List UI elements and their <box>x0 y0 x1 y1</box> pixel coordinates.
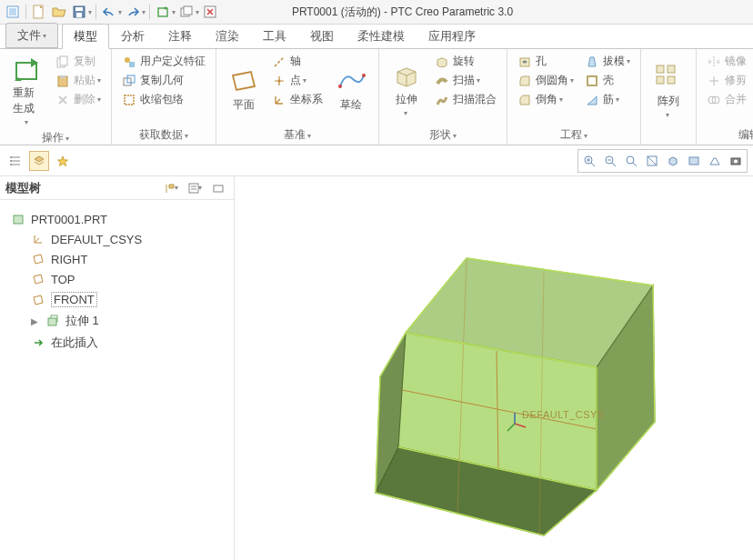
perspective-icon[interactable] <box>705 151 725 171</box>
shrinkwrap-button[interactable]: 收缩包络 <box>119 91 208 108</box>
tree-top[interactable]: TOP <box>27 269 226 289</box>
axis-button[interactable]: 轴 <box>269 53 326 70</box>
zoom-in-icon[interactable] <box>579 151 599 171</box>
svg-point-26 <box>523 60 527 63</box>
windows-icon[interactable] <box>177 3 196 21</box>
zoom-fit-icon[interactable] <box>621 151 641 171</box>
sweep-button[interactable]: 扫描▾ <box>432 72 499 89</box>
repaint-icon[interactable] <box>642 151 662 171</box>
tab-analysis[interactable]: 分析 <box>109 24 156 48</box>
sketch-button[interactable]: 草绘 <box>331 53 371 125</box>
tab-model[interactable]: 模型 <box>62 24 109 49</box>
group-getdata-label[interactable]: 获取数据▾ <box>119 125 208 143</box>
copy-button[interactable]: 复制 <box>53 53 104 70</box>
tree-csys[interactable]: DEFAULT_CSYS <box>27 229 226 249</box>
svg-point-41 <box>627 156 634 164</box>
sketch-icon <box>336 66 366 95</box>
tree-root[interactable]: PRT0001.PRT <box>7 209 226 229</box>
tree-top-label: TOP <box>51 273 75 286</box>
revolve-label: 旋转 <box>453 54 475 69</box>
snapshot-icon[interactable] <box>726 151 746 171</box>
open-icon[interactable] <box>50 3 68 21</box>
undo-dropdown[interactable]: ▾ <box>118 8 122 16</box>
tab-annotate[interactable]: 注释 <box>156 24 204 48</box>
shell-button[interactable]: 壳 <box>582 72 633 89</box>
svg-point-23 <box>362 74 366 77</box>
svg-line-64 <box>507 424 515 431</box>
expander-icon[interactable]: ▶ <box>31 316 40 326</box>
tree-show-icon[interactable] <box>208 178 228 198</box>
regen-dropdown[interactable]: ▾ <box>172 8 176 16</box>
redo-dropdown[interactable]: ▾ <box>142 8 146 16</box>
tab-flex[interactable]: 柔性建模 <box>346 24 417 48</box>
group-eng-label[interactable]: 工程▾ <box>515 125 633 143</box>
tree-settings-icon[interactable]: ▾ <box>161 178 181 198</box>
paste-label: 粘贴 <box>74 73 95 88</box>
group-shape-label[interactable]: 形状▾ <box>387 125 499 143</box>
point-button[interactable]: 点▾ <box>269 72 326 89</box>
display-style-icon[interactable] <box>663 151 683 171</box>
tab-tools[interactable]: 工具 <box>251 24 298 48</box>
main-area: 模型树 ▾ ▾ PRT0001.PRT DEFAULT_CSYS RIGHT <box>0 176 753 560</box>
rib-button[interactable]: 筋▾ <box>582 91 633 108</box>
pattern-button[interactable]: 阵列 ▾ <box>648 53 688 128</box>
new-icon[interactable] <box>30 3 48 21</box>
regen-icon[interactable] <box>154 3 172 21</box>
tree-layers-icon[interactable] <box>29 151 49 171</box>
app-icon[interactable] <box>4 3 22 21</box>
tab-view[interactable]: 视图 <box>298 24 346 48</box>
chamfer-button[interactable]: 倒角▾ <box>515 91 577 108</box>
extrude-button[interactable]: 拉伸 ▾ <box>387 53 427 125</box>
windows-dropdown[interactable]: ▾ <box>196 8 199 16</box>
regen-button[interactable]: 重新生成 ▾ <box>7 53 47 128</box>
merge-button[interactable]: 合并 <box>704 91 749 108</box>
tab-file[interactable]: 文件▾ <box>5 23 58 48</box>
tree-insert[interactable]: 在此插入 <box>27 332 226 354</box>
csys-button[interactable]: 坐标系 <box>269 91 326 108</box>
tree-right[interactable]: RIGHT <box>27 249 226 269</box>
undo-icon[interactable] <box>100 3 118 21</box>
save-dropdown[interactable]: ▾ <box>88 8 92 16</box>
close-win-icon[interactable] <box>201 3 219 21</box>
user-feature-button[interactable]: 用户定义特征 <box>119 53 208 70</box>
svg-rect-28 <box>657 65 664 73</box>
tab-apps[interactable]: 应用程序 <box>417 24 487 48</box>
user-feature-icon <box>122 55 136 69</box>
group-datum-label[interactable]: 基准▾ <box>224 125 371 143</box>
tree-extrude[interactable]: ▶ 拉伸 1 <box>27 310 226 332</box>
saved-views-icon[interactable] <box>684 151 704 171</box>
tree-favorites-icon[interactable] <box>53 151 73 171</box>
round-button[interactable]: 倒圆角▾ <box>515 72 577 89</box>
sweep-blend-button[interactable]: 扫描混合 <box>432 91 499 108</box>
draft-button[interactable]: 拔模▾ <box>582 53 633 70</box>
pattern-label: 阵列 <box>658 94 679 109</box>
tree-filter-icon[interactable]: ▾ <box>185 178 205 198</box>
delete-button[interactable]: 删除▾ <box>53 91 104 108</box>
group-operate-label[interactable]: 操作▾ <box>7 128 104 145</box>
merge-icon <box>707 93 721 107</box>
paste-button[interactable]: 粘贴▾ <box>53 72 104 89</box>
model-3d <box>362 249 671 540</box>
redo-icon[interactable] <box>124 3 142 21</box>
svg-point-21 <box>278 79 281 82</box>
plane-button[interactable]: 平面 <box>224 53 264 125</box>
tab-render[interactable]: 渲染 <box>204 24 251 48</box>
tree-flat-icon[interactable] <box>5 151 25 171</box>
revolve-button[interactable]: 旋转 <box>432 53 499 70</box>
plane-node-icon <box>31 293 45 307</box>
group-edit-label[interactable]: 编辑▾ <box>704 125 753 143</box>
mirror-button[interactable]: 镜像 <box>704 53 749 70</box>
graphics-area[interactable]: DEFAULT_CSYS <box>235 176 753 560</box>
hole-button[interactable]: 孔 <box>515 53 577 70</box>
svg-rect-19 <box>125 95 134 105</box>
trim-button[interactable]: 修剪 <box>704 72 749 89</box>
view-toolbar <box>577 149 748 173</box>
tree-front[interactable]: FRONT <box>27 289 226 310</box>
save-icon[interactable] <box>70 3 88 21</box>
revolve-icon <box>435 55 449 69</box>
zoom-out-icon[interactable] <box>600 151 620 171</box>
shell-icon <box>585 74 599 88</box>
copy-geom-label: 复制几何 <box>140 73 184 88</box>
copy-geom-button[interactable]: 复制几何 <box>119 72 208 89</box>
svg-rect-29 <box>668 65 675 73</box>
